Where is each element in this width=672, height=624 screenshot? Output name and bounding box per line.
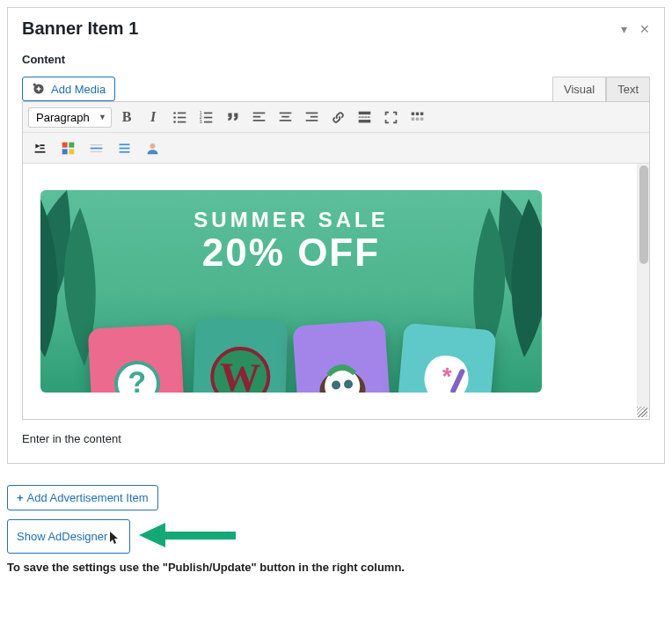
svg-rect-20 [310, 115, 318, 117]
svg-rect-43 [119, 143, 129, 145]
italic-button[interactable]: I [142, 106, 164, 128]
svg-rect-16 [279, 112, 291, 114]
svg-rect-26 [364, 116, 367, 117]
svg-rect-40 [90, 147, 102, 149]
add-advertisement-label: Add Advertisement Item [27, 491, 149, 504]
card-beaver-icon [292, 320, 392, 393]
svg-rect-13 [252, 112, 265, 114]
svg-rect-14 [252, 115, 260, 117]
banner-text: SUMMER SALE 20% OFF [40, 208, 542, 275]
align-right-button[interactable] [300, 106, 323, 128]
color-grid-icon[interactable] [56, 136, 79, 159]
paragraph-select-wrap[interactable]: Paragraph [28, 107, 112, 128]
resize-handle[interactable] [637, 407, 647, 417]
add-advertisement-button[interactable]: + Add Advertisement Item [7, 485, 158, 510]
svg-point-0 [33, 84, 36, 86]
svg-text:?: ? [127, 364, 147, 393]
svg-rect-36 [62, 142, 67, 147]
callout-arrow-icon [139, 523, 236, 547]
user-icon[interactable] [141, 136, 164, 159]
plus-icon: + [17, 491, 24, 504]
svg-rect-8 [203, 112, 211, 114]
svg-rect-37 [69, 142, 74, 147]
svg-point-46 [150, 143, 155, 148]
svg-rect-42 [90, 150, 102, 151]
svg-rect-32 [411, 117, 413, 120]
svg-rect-19 [305, 112, 318, 114]
quote-button[interactable] [221, 106, 244, 128]
panel-title: Banner Item 1 [22, 18, 138, 39]
editor-toolbar-row2 [23, 133, 649, 164]
banner-panel: Banner Item 1 ▾ ✕ Content Add Media Visu… [7, 7, 665, 464]
svg-rect-18 [279, 120, 291, 121]
ol-button[interactable]: 123 [194, 106, 217, 128]
svg-rect-15 [252, 120, 265, 121]
editor-tabs: Visual Text [552, 77, 650, 101]
svg-rect-34 [420, 117, 422, 120]
toggle-toolbar-icon[interactable] [28, 136, 51, 159]
fullscreen-button[interactable] [379, 106, 402, 128]
bottom-section: + Add Advertisement Item Show AdDesigner… [7, 467, 665, 574]
card-pin-icon: * [395, 323, 497, 393]
svg-rect-31 [420, 112, 422, 114]
svg-rect-29 [411, 112, 413, 114]
card-wordpress-icon: W [192, 318, 288, 393]
media-icon [32, 82, 46, 96]
add-media-button[interactable]: Add Media [22, 77, 115, 101]
card-question-icon: ? [88, 324, 186, 393]
svg-rect-4 [177, 116, 185, 118]
align-left-button[interactable] [247, 106, 270, 128]
svg-rect-12 [203, 121, 211, 122]
svg-rect-41 [90, 144, 102, 145]
svg-rect-10 [203, 116, 211, 118]
tab-text[interactable]: Text [606, 77, 650, 101]
readmore-button[interactable] [353, 106, 376, 128]
indent-icon[interactable] [113, 136, 135, 159]
svg-rect-24 [358, 116, 361, 117]
tab-visual[interactable]: Visual [552, 77, 606, 101]
editor-toolbar: Paragraph B I 123 [23, 102, 649, 133]
svg-point-5 [173, 121, 176, 123]
svg-text:3: 3 [199, 119, 201, 124]
paragraph-select[interactable]: Paragraph [28, 107, 112, 128]
svg-rect-35 [34, 150, 45, 152]
editor-scrollbar[interactable] [637, 164, 649, 410]
svg-rect-2 [177, 112, 185, 114]
svg-rect-44 [119, 147, 129, 149]
svg-point-3 [173, 116, 176, 119]
helper-text: Enter in the content [22, 432, 650, 445]
editor-body[interactable]: SUMMER SALE 20% OFF ? W * [23, 164, 649, 419]
svg-rect-27 [367, 116, 369, 117]
svg-rect-39 [69, 149, 74, 154]
svg-rect-6 [177, 121, 185, 122]
editor-wrap: Paragraph B I 123 [22, 101, 650, 420]
svg-rect-38 [62, 149, 67, 154]
hr-icon[interactable] [84, 136, 107, 159]
close-icon[interactable]: ✕ [639, 22, 650, 36]
banner-line2: 20% OFF [40, 231, 542, 275]
svg-rect-33 [415, 117, 418, 120]
svg-rect-45 [119, 150, 129, 152]
collapse-icon[interactable]: ▾ [621, 22, 627, 36]
cursor-icon [109, 531, 121, 547]
toolbar-toggle-button[interactable] [405, 106, 428, 128]
banner-cards: ? W * [40, 327, 542, 393]
svg-point-1 [173, 112, 176, 114]
banner-line1: SUMMER SALE [40, 208, 542, 232]
panel-header: Banner Item 1 ▾ ✕ [22, 18, 650, 39]
add-media-label: Add Media [51, 83, 106, 96]
svg-rect-21 [305, 120, 318, 121]
svg-rect-17 [281, 115, 289, 117]
show-addesigner-label: Show AdDesigner [17, 530, 107, 543]
scroll-thumb[interactable] [639, 165, 648, 264]
show-addesigner-button[interactable]: Show AdDesigner [7, 519, 130, 554]
link-button[interactable] [326, 106, 349, 128]
panel-controls: ▾ ✕ [621, 22, 650, 36]
svg-rect-22 [358, 111, 370, 114]
banner-preview-image: SUMMER SALE 20% OFF ? W * [40, 190, 542, 393]
ul-button[interactable] [168, 106, 191, 128]
content-label: Content [22, 53, 650, 66]
bold-button[interactable]: B [115, 106, 138, 128]
svg-rect-28 [358, 120, 370, 122]
align-center-button[interactable] [274, 106, 296, 128]
